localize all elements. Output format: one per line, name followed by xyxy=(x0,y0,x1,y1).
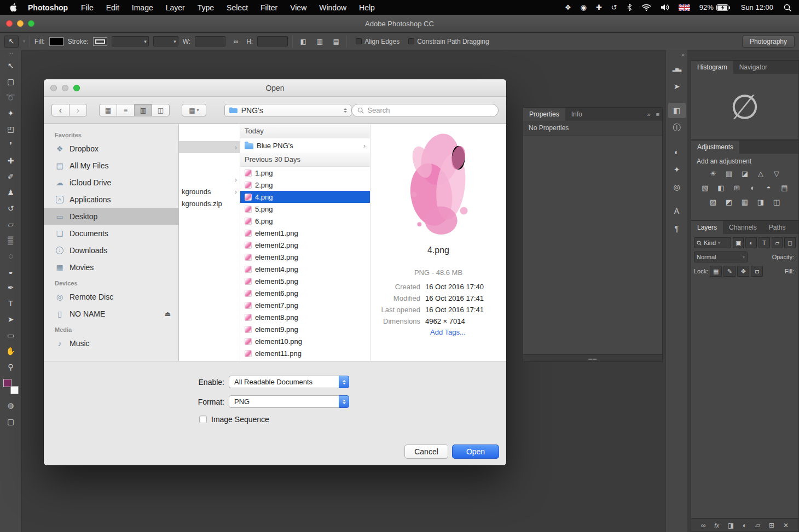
app-menu[interactable]: Photoshop xyxy=(28,3,68,12)
blur-tool[interactable]: ◌ xyxy=(1,248,21,264)
stroke-swatch[interactable] xyxy=(93,37,107,46)
delete-layer-icon[interactable]: ✕ xyxy=(783,522,789,529)
expand-panel-icon[interactable]: » xyxy=(644,108,653,121)
file-row-blue-png-s[interactable]: Blue PNG's› xyxy=(240,138,370,153)
gradient-map-icon[interactable]: ◨ xyxy=(755,198,767,206)
clone-stamp-tool[interactable]: ♟ xyxy=(1,184,21,200)
brightness-contrast-icon[interactable]: ☀ xyxy=(707,169,719,178)
posterize-icon[interactable]: ◩ xyxy=(723,198,735,206)
time-machine-icon[interactable]: ↺ xyxy=(611,3,617,11)
file-row-element10-png[interactable]: element10.png xyxy=(240,335,370,347)
panel-menu-icon[interactable]: ≡ xyxy=(653,108,662,121)
column1-row[interactable]: › xyxy=(179,141,240,153)
eject-icon[interactable]: ⏏ xyxy=(165,310,171,318)
lock-transparency-icon[interactable]: ▦ xyxy=(710,266,722,277)
image-sequence-option[interactable]: Image Sequence xyxy=(44,415,506,424)
volume-icon[interactable] xyxy=(661,4,669,11)
styles-panel-icon[interactable]: ✦ xyxy=(668,162,686,177)
magic-wand-tool[interactable]: ✦ xyxy=(1,105,21,121)
collapse-panels-icon[interactable]: « xyxy=(666,50,687,59)
stroke-type-select[interactable]: ▾ xyxy=(153,36,178,46)
pen-tool[interactable]: ✒ xyxy=(1,279,21,295)
apple-menu[interactable] xyxy=(10,3,17,12)
image-sequence-checkbox[interactable] xyxy=(199,416,207,423)
dodge-tool[interactable]: ◒ xyxy=(1,264,21,279)
file-row-6-png[interactable]: 6.png xyxy=(240,215,370,227)
healing-brush-tool[interactable]: ✚ xyxy=(1,153,21,168)
zoom-window-button[interactable] xyxy=(28,20,34,27)
file-row-element1-png[interactable]: element1.png xyxy=(240,227,370,239)
forward-button[interactable]: › xyxy=(69,104,87,116)
channel-mixer-icon[interactable]: ◓ xyxy=(763,184,775,192)
spotlight-icon[interactable] xyxy=(784,4,791,11)
location-dropdown[interactable]: PNG's xyxy=(224,104,352,117)
sidebar-item-remote-disc[interactable]: ◎Remote Disc xyxy=(44,288,178,305)
sidebar-item-movies[interactable]: ▦Movies xyxy=(44,259,178,276)
tab-histogram[interactable]: Histogram xyxy=(691,61,733,74)
open-button[interactable]: Open xyxy=(452,445,499,459)
width-input[interactable] xyxy=(195,36,225,46)
column1-row[interactable]: kgrounds› xyxy=(179,185,240,197)
blend-mode-select[interactable]: Normal ▾ xyxy=(694,252,748,262)
bluetooth-icon[interactable] xyxy=(627,3,632,11)
enable-select[interactable]: All Readable Documents xyxy=(229,376,349,388)
column1-row[interactable]: › xyxy=(179,173,240,185)
hue-saturation-icon[interactable]: ▧ xyxy=(699,184,711,192)
sidebar-item-downloads[interactable]: ↓Downloads xyxy=(44,242,178,259)
column1-row[interactable]: kgrounds.zip xyxy=(179,197,240,209)
path-selection-tool[interactable]: ➤ xyxy=(1,311,21,327)
tab-navigator[interactable]: Navigator xyxy=(733,61,773,74)
file-row-element11-png[interactable]: element11.png xyxy=(240,347,370,359)
lasso-tool[interactable]: ➰ xyxy=(1,89,21,105)
link-layers-icon[interactable]: ∞ xyxy=(701,522,706,529)
link-dimensions-icon[interactable]: ∞ xyxy=(230,36,242,47)
sidebar-item-all-my-files[interactable]: ▤All My Files xyxy=(44,157,178,174)
histogram-panel-icon[interactable]: ▂▅▃ xyxy=(668,61,686,77)
filter-smart-objects-icon[interactable]: ◻ xyxy=(784,237,796,248)
add-tags-link[interactable]: Add Tags... xyxy=(430,328,466,336)
vibrance-icon[interactable]: ▽ xyxy=(771,169,783,178)
column-view-button[interactable]: ▥ xyxy=(134,104,152,116)
panel-resize-grip[interactable]: ▬▬ xyxy=(523,354,662,361)
menu-file[interactable]: File xyxy=(81,3,94,12)
tab-adjustments[interactable]: Adjustments xyxy=(691,141,739,154)
battery-indicator[interactable]: 92% xyxy=(699,3,731,11)
dialog-minimize-button[interactable] xyxy=(62,85,68,91)
path-operations-icon[interactable]: ◧ xyxy=(297,36,309,47)
sidebar-item-applications[interactable]: AApplications xyxy=(44,191,178,208)
eraser-tool[interactable]: ▱ xyxy=(1,216,21,232)
menu-window[interactable]: Window xyxy=(319,3,346,12)
invert-icon[interactable]: ▨ xyxy=(707,198,719,206)
stroke-width-select[interactable]: ▾ xyxy=(112,36,149,46)
dialog-close-button[interactable] xyxy=(50,85,57,91)
properties-panel-icon[interactable]: ◧ xyxy=(668,103,686,118)
tab-info[interactable]: Info xyxy=(565,108,588,121)
icon-view-button[interactable]: ▦ xyxy=(99,104,117,116)
wifi-icon[interactable] xyxy=(641,4,651,11)
cancel-button[interactable]: Cancel xyxy=(404,445,448,459)
menu-filter[interactable]: Filter xyxy=(260,3,277,12)
filter-type-layers-icon[interactable]: T xyxy=(759,237,770,248)
threshold-icon[interactable]: ▦ xyxy=(739,198,751,206)
menu-type[interactable]: Type xyxy=(198,3,214,12)
filter-pixel-layers-icon[interactable]: ▣ xyxy=(733,237,744,248)
color-balance-icon[interactable]: ◧ xyxy=(715,184,727,192)
file-row-2-png[interactable]: 2.png xyxy=(240,179,370,191)
tool-preset-button[interactable]: ↖ xyxy=(4,36,19,48)
paragraph-panel-icon[interactable]: ¶ xyxy=(668,221,686,236)
align-edges-checkbox[interactable] xyxy=(356,38,362,44)
hand-tool[interactable]: ✋ xyxy=(1,343,21,359)
exposure-icon[interactable]: △ xyxy=(755,169,767,178)
lock-all-icon[interactable]: ◘ xyxy=(751,266,763,277)
zoom-tool[interactable]: ⚲ xyxy=(1,359,21,375)
sidebar-item-icloud-drive[interactable]: ☁iCloud Drive xyxy=(44,174,178,191)
dialog-zoom-button[interactable] xyxy=(73,85,80,91)
align-edges-option[interactable]: Align Edges xyxy=(356,38,399,45)
brush-tool[interactable]: ✐ xyxy=(1,168,21,184)
tools-panel-grip[interactable]: ⋯ xyxy=(8,50,13,57)
tab-channels[interactable]: Channels xyxy=(723,221,763,234)
layer-effects-icon[interactable]: fx xyxy=(714,522,719,529)
menu-select[interactable]: Select xyxy=(227,3,248,12)
height-input[interactable] xyxy=(257,36,288,46)
file-row-5-png[interactable]: 5.png xyxy=(240,203,370,215)
